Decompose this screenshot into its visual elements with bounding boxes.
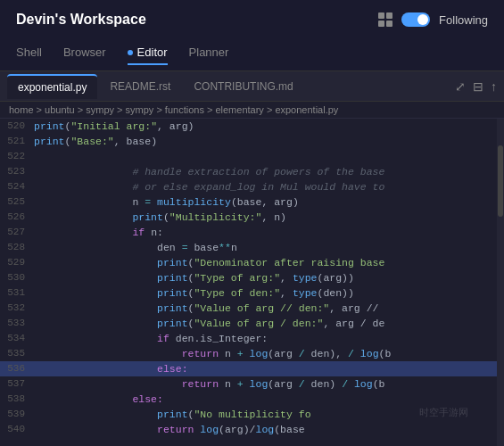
header-actions: Following bbox=[378, 12, 488, 27]
tab-shell[interactable]: Shell bbox=[16, 45, 42, 64]
breadcrumb: home > ubuntu > sympy > sympy > function… bbox=[0, 102, 504, 119]
nav-tabs: Shell Browser Editor Planner bbox=[0, 39, 504, 71]
line-532: 532 print("Value of arg // den:", arg // bbox=[0, 301, 497, 316]
line-538: 538 else: bbox=[0, 392, 497, 407]
line-540: 540 return log(arg)/log(base bbox=[0, 422, 497, 437]
editor-dot bbox=[128, 50, 133, 55]
workspace-title: Devin's Workspace bbox=[16, 12, 146, 28]
fullscreen-icon[interactable]: ⤢ bbox=[455, 79, 466, 94]
tab-browser-label: Browser bbox=[63, 45, 106, 59]
line-530: 530 print("Type of arg:", type(arg)) bbox=[0, 270, 497, 285]
line-521: 521 print("Base:", base) bbox=[0, 134, 497, 149]
line-537: 537 return n + log(arg / den) / log(b bbox=[0, 376, 497, 392]
code-scroll[interactable]: 520 print("Initial arg:", arg) 521 print… bbox=[0, 119, 497, 446]
tab-browser[interactable]: Browser bbox=[63, 45, 106, 64]
file-tabs: exponential.py README.rst CONTRIBUTING.m… bbox=[0, 71, 504, 102]
file-tab-readme[interactable]: README.rst bbox=[99, 74, 181, 99]
tab-editor-label: Editor bbox=[137, 45, 168, 59]
line-528: 528 den = base**n bbox=[0, 240, 497, 255]
tab-planner-label: Planner bbox=[189, 45, 229, 59]
tab-shell-label: Shell bbox=[16, 45, 42, 59]
following-toggle[interactable] bbox=[401, 12, 430, 27]
file-tab-contributing[interactable]: CONTRIBUTING.md bbox=[183, 74, 303, 99]
following-label: Following bbox=[439, 13, 488, 27]
grid-icon[interactable] bbox=[378, 12, 392, 27]
header: Devin's Workspace Following bbox=[0, 0, 504, 39]
line-526: 526 print("Multiplicity:", n) bbox=[0, 210, 497, 225]
line-525: 525 n = multiplicity(base, arg) bbox=[0, 194, 497, 210]
line-520: 520 print("Initial arg:", arg) bbox=[0, 119, 497, 134]
line-531: 531 print("Type of den:", type(den)) bbox=[0, 285, 497, 301]
line-524: 524 # or else expand_log in Mul would ha… bbox=[0, 179, 497, 194]
line-539: 539 print("No multiplicity fo bbox=[0, 407, 497, 422]
editor-area: exponential.py README.rst CONTRIBUTING.m… bbox=[0, 71, 504, 446]
line-533: 533 print("Value of arg / den:", arg / d… bbox=[0, 316, 497, 331]
line-534: 534 if den.is_Integer: bbox=[0, 331, 497, 346]
split-icon[interactable]: ⊟ bbox=[473, 79, 483, 94]
line-523: 523 # handle extraction of powers of the… bbox=[0, 164, 497, 179]
code-lines: 520 print("Initial arg:", arg) 521 print… bbox=[0, 119, 497, 437]
line-535: 535 return n + log(arg / den), / log(b bbox=[0, 346, 497, 361]
upload-icon[interactable]: ↑ bbox=[491, 79, 497, 94]
tab-editor[interactable]: Editor bbox=[128, 45, 168, 64]
line-527: 527 if n: bbox=[0, 225, 497, 240]
code-container: 520 print("Initial arg:", arg) 521 print… bbox=[0, 119, 504, 446]
line-529: 529 print("Denominator after raising bas… bbox=[0, 255, 497, 270]
line-522: 522 bbox=[0, 149, 497, 164]
line-536: 536 else: bbox=[0, 361, 497, 376]
tab-planner[interactable]: Planner bbox=[189, 45, 229, 64]
file-tab-exponential[interactable]: exponential.py bbox=[7, 74, 97, 99]
file-tab-actions: ⤢ ⊟ ↑ bbox=[455, 79, 497, 94]
minimap-scrollbar[interactable] bbox=[497, 119, 504, 446]
breadcrumb-text: home > ubuntu > sympy > sympy > function… bbox=[9, 104, 338, 115]
minimap-thumb[interactable] bbox=[498, 145, 503, 217]
